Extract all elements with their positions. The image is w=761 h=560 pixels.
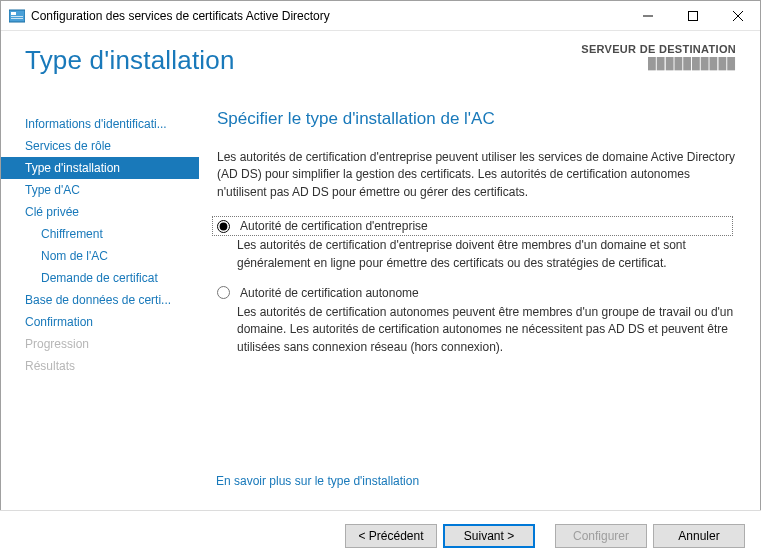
content: Spécifier le type d'installation de l'AC…	[199, 109, 760, 501]
svg-rect-1	[11, 12, 16, 15]
destination-block: SERVEUR DE DESTINATION ██████████	[581, 43, 736, 69]
footer: < Précédent Suivant > Configurer Annuler	[0, 510, 761, 560]
option-label-0: Autorité de certification d'entreprise	[240, 219, 428, 233]
cancel-button[interactable]: Annuler	[653, 524, 745, 548]
option-0: Autorité de certification d'entrepriseLe…	[217, 217, 736, 272]
option-row-1[interactable]: Autorité de certification autonome	[217, 286, 736, 300]
option-radio-1[interactable]	[217, 286, 230, 299]
destination-label: SERVEUR DE DESTINATION	[581, 43, 736, 55]
page-title: Type d'installation	[25, 45, 235, 109]
option-1: Autorité de certification autonomeLes au…	[217, 286, 736, 356]
sidebar-item-2[interactable]: Type d'installation	[1, 157, 199, 179]
sidebar-item-9[interactable]: Confirmation	[1, 311, 199, 333]
option-row-0[interactable]: Autorité de certification d'entreprise	[213, 217, 732, 235]
configure-button[interactable]: Configurer	[555, 524, 647, 548]
learn-more-link[interactable]: En savoir plus sur le type d'installatio…	[216, 474, 419, 488]
content-heading: Spécifier le type d'installation de l'AC	[217, 109, 736, 129]
svg-rect-3	[11, 18, 23, 19]
intro-text: Les autorités de certification d'entrepr…	[217, 149, 736, 201]
sidebar-item-11: Résultats	[1, 355, 199, 377]
header: Type d'installation SERVEUR DE DESTINATI…	[1, 31, 760, 109]
sidebar-item-0[interactable]: Informations d'identificati...	[1, 113, 199, 135]
sidebar-item-8[interactable]: Base de données de certi...	[1, 289, 199, 311]
sidebar-item-1[interactable]: Services de rôle	[1, 135, 199, 157]
maximize-button[interactable]	[670, 1, 715, 30]
window-controls	[625, 1, 760, 30]
minimize-button[interactable]	[625, 1, 670, 30]
option-label-1: Autorité de certification autonome	[240, 286, 419, 300]
sidebar-item-10: Progression	[1, 333, 199, 355]
next-button[interactable]: Suivant >	[443, 524, 535, 548]
destination-server: ██████████	[581, 57, 736, 69]
app-icon	[9, 8, 25, 24]
sidebar: Informations d'identificati...Services d…	[1, 109, 199, 501]
svg-rect-2	[11, 16, 23, 17]
svg-rect-5	[688, 11, 697, 20]
option-desc-1: Les autorités de certification autonomes…	[237, 304, 736, 356]
previous-button[interactable]: < Précédent	[345, 524, 437, 548]
titlebar: Configuration des services de certificat…	[1, 1, 760, 31]
close-button[interactable]	[715, 1, 760, 30]
option-radio-0[interactable]	[217, 220, 230, 233]
sidebar-item-4[interactable]: Clé privée	[1, 201, 199, 223]
sidebar-item-6[interactable]: Nom de l'AC	[1, 245, 199, 267]
sidebar-item-7[interactable]: Demande de certificat	[1, 267, 199, 289]
window-title: Configuration des services de certificat…	[31, 9, 625, 23]
body: Informations d'identificati...Services d…	[1, 109, 760, 501]
sidebar-item-3[interactable]: Type d'AC	[1, 179, 199, 201]
sidebar-item-5[interactable]: Chiffrement	[1, 223, 199, 245]
option-desc-0: Les autorités de certification d'entrepr…	[237, 237, 736, 272]
